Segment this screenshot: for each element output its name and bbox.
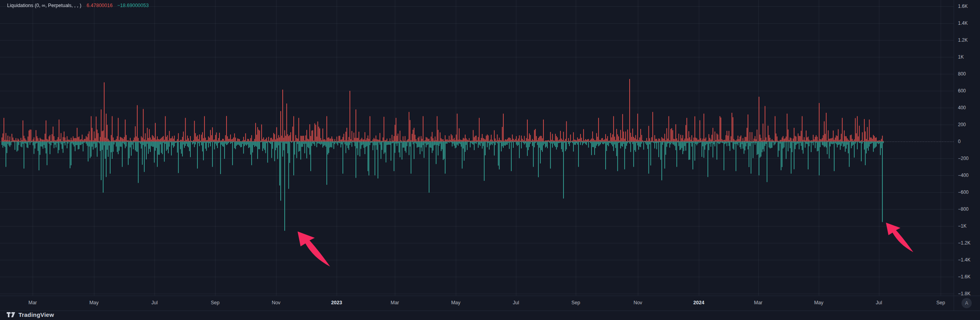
time-label-month: May <box>89 300 99 305</box>
time-label-month: Mar <box>754 300 763 305</box>
price-tick: 1.6K <box>958 4 968 9</box>
annotation-arrow-nov-2022[interactable] <box>295 230 333 267</box>
tradingview-logo-icon <box>6 311 16 318</box>
legend-title: Liquidations (0, ∞, Perpetuals, , , ) <box>7 3 81 8</box>
legend-value-long: 6.47800016 <box>87 3 112 8</box>
price-tick: 200 <box>958 122 966 127</box>
time-label-year: 2023 <box>331 300 342 305</box>
price-tick: 1.2K <box>958 37 968 43</box>
time-label-month: Mar <box>28 300 37 305</box>
price-tick: −1K <box>958 223 967 229</box>
chart-window: Liquidations (0, ∞, Perpetuals, , , ) 6.… <box>0 0 980 320</box>
time-axis[interactable]: MarMayJulSepNov2023MarMayJulSepNov2024Ma… <box>0 296 980 311</box>
annotation-arrow-jul-2024[interactable] <box>884 221 916 253</box>
price-tick: −400 <box>958 173 969 178</box>
price-tick: −1.4K <box>958 257 971 263</box>
price-axis[interactable]: 1.6K1.4K1.2K1K8006004002000−200−400−600−… <box>954 0 980 296</box>
time-label-month: Jul <box>151 300 158 305</box>
price-tick: 600 <box>958 88 966 94</box>
time-label-month: Mar <box>391 300 399 305</box>
legend-row[interactable]: Liquidations (0, ∞, Perpetuals, , , ) 6.… <box>7 3 149 8</box>
time-label-month: Sep <box>211 300 219 305</box>
time-label-month: Nov <box>634 300 642 305</box>
brand-name: TradingView <box>18 311 54 318</box>
price-tick: 0 <box>958 139 961 144</box>
liquidations-histogram-canvas[interactable] <box>0 0 954 296</box>
price-tick: 400 <box>958 105 966 110</box>
time-label-month: Sep <box>936 300 945 305</box>
price-tick: −600 <box>958 189 969 195</box>
time-label-month: May <box>451 300 461 305</box>
price-tick: 1K <box>958 54 964 60</box>
price-tick: −200 <box>958 156 969 161</box>
time-label-month: May <box>814 300 823 305</box>
time-label-month: Nov <box>272 300 280 305</box>
chart-pane[interactable]: Liquidations (0, ∞, Perpetuals, , , ) 6.… <box>0 0 954 296</box>
tradingview-logo-link[interactable]: TradingView <box>6 311 54 318</box>
legend-value-short: −18.69000053 <box>117 3 149 8</box>
price-tick: −1.6K <box>958 274 971 280</box>
price-tick: 1.4K <box>958 20 968 26</box>
time-label-year: 2024 <box>693 300 704 305</box>
price-tick: −1.2K <box>958 240 971 246</box>
time-label-month: Sep <box>571 300 580 305</box>
time-label-month: Jul <box>876 300 882 305</box>
time-label-month: Jul <box>513 300 519 305</box>
price-tick: 800 <box>958 71 966 77</box>
auto-scale-button[interactable]: A <box>962 298 972 308</box>
price-tick: −800 <box>958 206 969 212</box>
footer: TradingView <box>0 311 980 320</box>
